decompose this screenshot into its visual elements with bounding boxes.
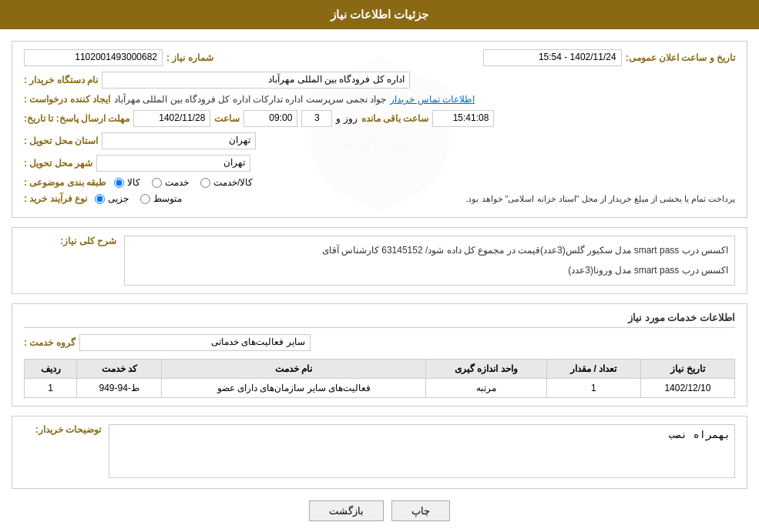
saat-value: 09:00 xyxy=(243,110,297,127)
ijad-konande-label: ایجاد کننده درخواست : xyxy=(24,94,110,105)
tabaqe-khidmat-label: خدمت xyxy=(165,177,189,188)
farayand-motevaset-label: متوسط xyxy=(153,193,182,204)
cell-radif: 1 xyxy=(25,379,77,398)
sharh-kolli-label: شرح کلی نیاز: xyxy=(60,236,116,246)
col-tarix-niaz: تاریخ نیاز xyxy=(640,360,734,379)
page-header: جزئیات اطلاعات نیاز xyxy=(0,0,759,29)
cell-tedad: 1 xyxy=(546,379,640,398)
col-vahed: واحد اندازه گیری xyxy=(426,360,546,379)
rozvaz-value: 3 xyxy=(301,110,332,127)
sharh-line1: اکسس درب smart pass مدل ورونا(3عدد) xyxy=(131,263,728,279)
radio-khidmat[interactable] xyxy=(152,178,162,188)
baghimande-label: ساعت باقی مانده xyxy=(361,113,429,124)
khadamat-table: تاریخ نیاز تعداد / مقدار واحد اندازه گیر… xyxy=(24,359,735,398)
gruh-khadamat-label: گروه خدمت : xyxy=(24,337,76,348)
nam-dastgah-label: نام دستگاه خریدار : xyxy=(24,75,98,85)
tabaqe-radio-group: کالا/خدمت خدمت کالا xyxy=(114,177,253,188)
farayand-radio-group: متوسط جزیی xyxy=(95,193,182,204)
radio-kala[interactable] xyxy=(114,178,124,188)
radio-jozi[interactable] xyxy=(95,194,105,204)
sharh-line2: اکسس درب smart pass مدل سکیور گلس(3عدد)ق… xyxy=(131,243,728,259)
radio-kala-khidmat[interactable] xyxy=(200,178,210,188)
cell-vahed: مرتبه xyxy=(426,379,546,398)
tabaqe-label: طبقه بندی موضوعی : xyxy=(24,177,106,188)
saat-label: ساعت xyxy=(214,113,240,124)
rozvaz-label: روز و xyxy=(336,113,357,124)
col-kod-khadamat: کد خدمت xyxy=(77,360,162,379)
cell-tarix-niaz: 1402/12/10 xyxy=(640,379,734,398)
baghimande-value: 15:41:08 xyxy=(432,110,494,127)
nam-dastgah-value: اداره کل فرودگاه بین المللی مهرآباد xyxy=(102,72,410,89)
col-radif: ردیف xyxy=(25,360,77,379)
print-button[interactable]: چاپ xyxy=(391,500,450,521)
sharh-kolli-box: اکسس درب smart pass مدل سکیور گلس(3عدد)ق… xyxy=(124,236,735,286)
tabaqe-kala-label: کالا xyxy=(127,177,140,188)
col-nam-khadamat: نام خدمت xyxy=(162,360,426,379)
farayand-note: پرداخت تمام یا بخشی از مبلغ خریدار از مح… xyxy=(190,194,735,204)
tozihat-label: توضیحات خریدار: xyxy=(35,424,101,435)
bottom-buttons: چاپ بازگشت xyxy=(12,500,747,521)
farayand-label: نوع فرآیند خرید : xyxy=(24,193,87,204)
col-tedad: تعداد / مقدار xyxy=(546,360,640,379)
back-button[interactable]: بازگشت xyxy=(309,500,384,521)
tabaqe-kala-khidmat-label: کالا/خدمت xyxy=(213,177,253,188)
gruh-khadamat-value: سایر فعالیت‌های خدماتی xyxy=(79,334,311,351)
khadamat-section-title: اطلاعات خدمات مورد نیاز xyxy=(24,312,735,328)
mohlat-date-value: 1402/11/28 xyxy=(133,110,210,127)
page-title: جزئیات اطلاعات نیاز xyxy=(331,8,428,21)
cell-kod-khadamat: ط-94-949 xyxy=(77,379,162,398)
tozihat-buyer-textarea[interactable]: بهمراه نصب xyxy=(109,424,735,478)
mohlat-label: مهلت ارسال پاسخ: تا تاریخ: xyxy=(24,113,129,124)
cell-nam-khadamat: فعالیت‌های سایر سازمان‌های دارای عضو xyxy=(162,379,426,398)
shahr-label: شهر محل تحویل : xyxy=(24,158,92,169)
farayand-jozi-label: جزیی xyxy=(108,193,129,204)
tarix-label: تاریخ و ساعت اعلان عمومی: xyxy=(626,52,735,63)
shahr-value: تهران xyxy=(96,155,250,172)
table-row: 1402/12/10 1 مرتبه فعالیت‌های سایر سازما… xyxy=(25,379,735,398)
ostan-label: استان محل تحویل : xyxy=(24,136,98,146)
shomare-niaz-label: شماره نیاز : xyxy=(166,52,213,63)
ijad-konande-value: جواد نجمی سرپرست اداره تدارکات اداره کل … xyxy=(114,94,386,105)
ostan-value: تهران xyxy=(102,132,256,149)
tarix-value: 1402/11/24 - 15:54 xyxy=(483,49,622,66)
ettelaat-tamas-link[interactable]: اطلاعات تماس خریدار xyxy=(390,94,475,105)
shomare-niaz-value: 1102001493000682 xyxy=(24,49,163,66)
radio-motevaset[interactable] xyxy=(140,194,150,204)
